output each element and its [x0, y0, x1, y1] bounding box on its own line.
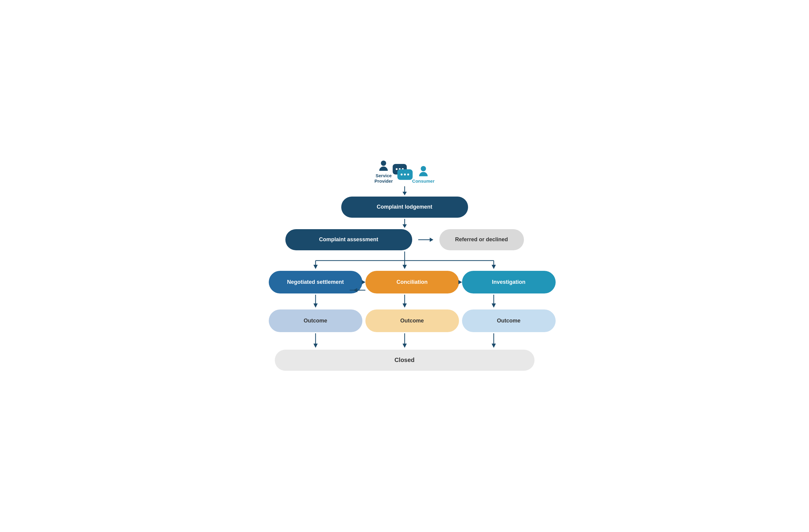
branch-arrows-row	[269, 252, 540, 270]
svg-marker-34	[313, 344, 318, 348]
outcome-closed-arrows-svg	[269, 333, 540, 348]
outcome-right-box: Outcome	[462, 309, 556, 332]
process-to-outcome-arrows	[269, 295, 540, 308]
arrow-to-lodgement	[269, 186, 540, 195]
referred-or-declined-box: Referred or declined	[440, 229, 524, 250]
consumer-label: Consumer	[412, 178, 434, 184]
svg-point-0	[381, 160, 386, 166]
process-outcome-arrows-svg	[269, 295, 540, 308]
closed-row: Closed	[269, 350, 540, 371]
svg-marker-13	[402, 224, 407, 228]
process-arrows-overlay	[269, 278, 540, 281]
assessment-row: Complaint assessment Referred or decline…	[269, 229, 540, 250]
svg-marker-38	[492, 344, 496, 348]
svg-marker-32	[492, 304, 496, 308]
outcome-to-closed-arrows	[269, 333, 540, 348]
actors-row: Service Provider Consumer	[269, 160, 540, 184]
service-provider-actor: Service Provider	[375, 160, 393, 184]
svg-point-7	[404, 173, 406, 175]
svg-point-6	[401, 173, 402, 175]
closed-box: Closed	[275, 350, 534, 371]
chat-bubbles-icon	[391, 163, 415, 184]
col-outcome-right: Outcome	[462, 309, 556, 332]
diagram-container: Service Provider Consumer	[269, 160, 540, 372]
svg-point-8	[407, 173, 409, 175]
col-outcome-center: Outcome	[365, 309, 459, 332]
svg-marker-11	[402, 192, 407, 195]
arrow-to-assessment	[269, 219, 540, 228]
svg-point-9	[421, 166, 426, 171]
consumer-icon	[418, 166, 429, 177]
complaint-assessment-box: Complaint assessment	[286, 229, 412, 250]
branch-arrows-svg	[269, 252, 540, 270]
svg-marker-19	[313, 265, 318, 269]
svg-marker-30	[402, 304, 407, 308]
svg-marker-23	[492, 265, 496, 269]
consumer-actor: Consumer	[412, 166, 434, 184]
col-outcome-left: Outcome	[269, 309, 362, 332]
complaint-lodgement-row: Complaint lodgement	[269, 196, 540, 218]
svg-marker-25	[353, 288, 357, 292]
outcome-left-box: Outcome	[269, 309, 362, 332]
arrow-to-referred	[418, 236, 433, 243]
outcome-row: Outcome Outcome Outcome	[269, 309, 540, 332]
svg-marker-36	[402, 344, 407, 348]
svg-point-2	[396, 168, 397, 170]
service-provider-label: Service Provider	[375, 173, 393, 184]
svg-marker-21	[402, 265, 407, 269]
complaint-lodgement-box: Complaint lodgement	[341, 196, 468, 218]
svg-marker-15	[430, 238, 433, 242]
svg-marker-28	[313, 304, 318, 308]
outcome-center-box: Outcome	[365, 309, 459, 332]
service-provider-icon	[378, 160, 389, 172]
